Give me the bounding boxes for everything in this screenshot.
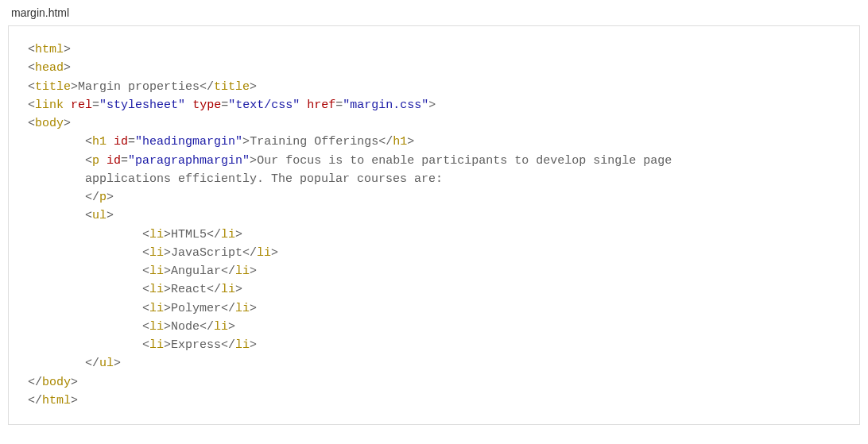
page-container: margin.html <html> <head> <title>Margin … xyxy=(0,0,868,441)
code-box: <html> <head> <title>Margin properties</… xyxy=(8,25,860,425)
code-listing: <html> <head> <title>Margin properties</… xyxy=(28,41,845,410)
filename-label: margin.html xyxy=(11,6,860,19)
